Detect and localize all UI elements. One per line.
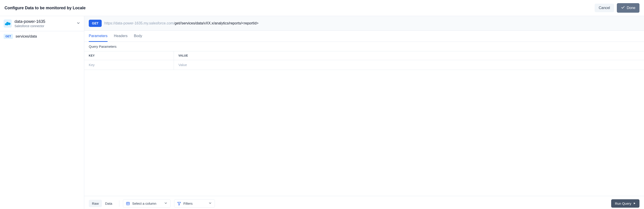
- svg-marker-7: [178, 202, 181, 206]
- cancel-button[interactable]: Cancel: [595, 3, 614, 12]
- run-query-button[interactable]: Run Query: [611, 199, 640, 208]
- connector-selector[interactable]: data-power-1635 Salesforce connector: [0, 16, 84, 31]
- params-row: [84, 60, 644, 70]
- chevron-down-icon: [164, 201, 168, 206]
- filter-icon: [177, 202, 181, 206]
- method-pill[interactable]: GET: [89, 20, 102, 27]
- run-query-label: Run Query: [615, 202, 631, 206]
- column-select-label: Select a column: [132, 202, 162, 206]
- content-area: GET https://data-power-1635.my.salesforc…: [84, 16, 644, 209]
- salesforce-icon: [4, 19, 12, 28]
- chevron-down-icon: [208, 201, 212, 206]
- sidebar-endpoint-item[interactable]: GET services/data: [0, 31, 84, 42]
- query-parameters-heading: Query Parameters: [84, 42, 644, 51]
- tab-headers[interactable]: Headers: [114, 31, 128, 42]
- filters-label: Filters: [184, 202, 206, 206]
- check-icon: [621, 5, 625, 10]
- column-select[interactable]: Select a column: [123, 199, 170, 208]
- done-button-label: Done: [627, 6, 636, 10]
- param-value-input[interactable]: [178, 63, 640, 67]
- tab-body[interactable]: Body: [134, 31, 142, 42]
- table-icon: [126, 202, 130, 206]
- params-value-header: VALUE: [174, 51, 644, 60]
- endpoint-label: services/data: [16, 34, 37, 38]
- request-url-bar: GET https://data-power-1635.my.salesforc…: [84, 16, 644, 31]
- svg-point-2: [8, 22, 11, 25]
- header-actions: Cancel Done: [595, 3, 640, 13]
- connector-subtitle: Salesforce connector: [14, 24, 74, 28]
- results-toolbar: Raw Data Select a column Filters: [84, 196, 644, 209]
- tab-parameters[interactable]: Parameters: [89, 31, 108, 42]
- divider: [119, 201, 119, 207]
- sidebar: data-power-1635 Salesforce connector GET…: [0, 16, 84, 209]
- param-key-input[interactable]: [89, 63, 169, 67]
- request-base-url: https://data-power-1635.my.salesforce.co…: [104, 21, 174, 25]
- chevron-down-icon: [76, 21, 80, 26]
- view-mode-segment: Raw Data: [89, 200, 116, 207]
- svg-marker-8: [634, 203, 636, 204]
- method-badge-get: GET: [4, 34, 13, 39]
- params-table: KEY VALUE: [84, 51, 644, 70]
- connector-name: data-power-1635: [14, 19, 74, 24]
- page-title: Configure Data to be monitored by Locale: [4, 6, 86, 10]
- svg-point-3: [6, 23, 8, 25]
- params-key-header: KEY: [84, 51, 174, 60]
- request-tabs: Parameters Headers Body: [84, 31, 644, 42]
- request-path: get//services/data/vXX.x/analytics/repor…: [174, 21, 258, 25]
- filters-select[interactable]: Filters: [174, 199, 215, 208]
- view-data-button[interactable]: Data: [102, 200, 116, 207]
- done-button[interactable]: Done: [617, 3, 640, 13]
- request-url[interactable]: https://data-power-1635.my.salesforce.co…: [104, 21, 258, 25]
- play-icon: [633, 202, 636, 206]
- view-raw-button[interactable]: Raw: [89, 200, 102, 207]
